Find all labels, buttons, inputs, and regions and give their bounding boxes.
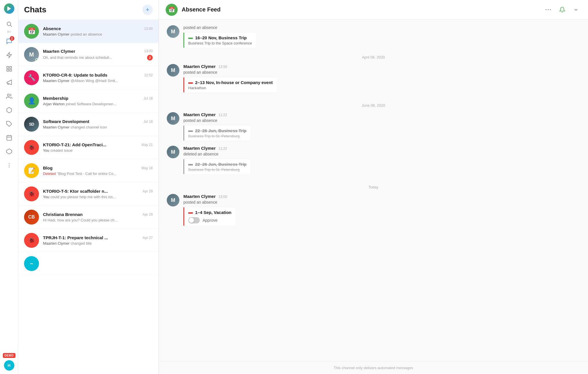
nav-cube[interactable]	[3, 104, 15, 116]
svg-marker-3	[7, 52, 11, 58]
svg-point-16	[9, 165, 9, 166]
chat-time-blog: May 18	[142, 166, 153, 170]
absence-date-pre: ▬ 16–20 Nov, Business Trip	[188, 35, 252, 40]
messages-badge: 2	[10, 36, 14, 41]
header-more-button[interactable]: ···	[543, 5, 554, 15]
avatar-tprjh: 🐞	[24, 233, 39, 248]
channel-footer-text: This channel only delivers automated mes…	[334, 366, 413, 370]
nav-more[interactable]	[3, 159, 15, 171]
msg-sender-2: Maarten Clymer	[183, 112, 216, 117]
msg-action-1: posted an absence	[183, 70, 580, 75]
nav-search[interactable]	[3, 18, 15, 30]
msg-sender-3: Maarten Clymer	[183, 146, 216, 151]
chat-item-tprjh[interactable]: 🐞 TPRJH-T-1: Prepare technical ... Apr 2…	[18, 229, 158, 252]
msg-avatar-pre: M	[167, 25, 179, 38]
absence-desc-2: Business Trip to St. Petersburg	[188, 134, 246, 138]
absence-card-pre: ▬ 16–20 Nov, Business Trip Business Trip…	[183, 33, 256, 48]
msg-sender-1: Maarten Clymer	[183, 64, 216, 69]
msg-body-3: Maarten Clymer 11:22 deleted an absence …	[183, 146, 580, 174]
chat-time-maarten: 13:00	[144, 49, 153, 53]
nav-messages[interactable]: 2	[3, 36, 15, 47]
avatar-last: ~	[24, 256, 39, 271]
svg-line-2	[10, 25, 12, 27]
chat-name-ktorio-t5: KTORIO-T-5: Ktor scaffolder n...	[43, 189, 108, 194]
chat-item-christiana[interactable]: CB Christiana Brennan Apr 29 Hi Hadi, ho…	[18, 206, 158, 229]
nav-grid[interactable]	[3, 63, 15, 75]
message-group-pre: M posted an absence ▬ 16–20 Nov, Busines…	[167, 25, 580, 48]
absence-date-3: ▬ 22–26 Jun, Business Trip	[188, 161, 246, 167]
avatar-ktorio-t21: 🐞	[24, 140, 39, 155]
nav-megaphone[interactable]	[3, 77, 15, 88]
nav-people[interactable]	[3, 91, 15, 102]
channel-footer: This channel only delivers automated mes…	[159, 361, 588, 374]
approve-toggle[interactable]	[188, 217, 200, 223]
nav-calendar[interactable]	[3, 132, 15, 143]
svg-marker-0	[7, 6, 11, 11]
svg-marker-14	[6, 149, 11, 154]
header-bell-button[interactable]	[557, 5, 567, 15]
msg-avatar-4: M	[167, 194, 179, 207]
svg-point-8	[7, 94, 9, 96]
msg-avatar-3: M	[167, 146, 179, 158]
chat-item-blog[interactable]: 📝 Blog May 18 Deleted "Blog Post Test - …	[18, 159, 158, 182]
nav-lightning[interactable]	[3, 49, 15, 61]
nav-puzzle[interactable]	[3, 118, 15, 130]
header-dropdown-button[interactable]	[571, 5, 581, 15]
chat-preview-maarten: Oh, and that reminds me about scheduli..…	[43, 55, 153, 61]
svg-rect-4	[7, 67, 8, 68]
chat-item-ktorio-t21[interactable]: 🐞 KTORIO-T-21: Add OpenTraci... May 21 Y…	[18, 136, 158, 159]
msg-body-pre: posted an absence ▬ 16–20 Nov, Business …	[183, 25, 580, 48]
avatar-absence: 📅	[24, 24, 39, 39]
msg-body-1: Maarten Clymer 13:50 posted an absence ▬…	[183, 64, 580, 92]
chat-name-maarten: Maarten Clymer	[43, 49, 75, 54]
chat-time-ktorio-t21: May 21	[142, 143, 153, 147]
chat-name-absence: Absence	[43, 26, 61, 31]
nav-hexagon[interactable]	[3, 146, 15, 157]
msg-header-2: Maarten Clymer 11:22	[183, 112, 580, 117]
absence-card-2: ▬ 22–26 Jun, Business Trip Business Trip…	[183, 126, 250, 141]
message-group-4: M Maarten Clymer 13:00 posted an absence…	[167, 194, 580, 226]
svg-rect-5	[9, 67, 11, 68]
chat-time-membership: Jul 18	[144, 96, 153, 100]
chat-header-left: 📅 Absence Feed	[166, 4, 221, 16]
approve-label: Approve	[203, 218, 217, 223]
message-group-1: M Maarten Clymer 13:50 posted an absence…	[167, 64, 580, 92]
chat-item-maarten[interactable]: M Maarten Clymer 13:00 Oh, and that remi…	[18, 43, 158, 66]
main-chat: 📅 Absence Feed ··· M posted an absence ▬	[159, 0, 588, 374]
msg-sender-4: Maarten Clymer	[183, 194, 216, 199]
msg-header-4: Maarten Clymer 13:00	[183, 194, 580, 199]
date-divider-today: Today	[167, 185, 580, 189]
chat-item-ktorio-t5[interactable]: 🐞 KTORIO-T-5: Ktor scaffolder n... Apr 2…	[18, 182, 158, 206]
chat-content-membership: Membership Jul 18 Arjan Warton joined So…	[43, 96, 153, 106]
search-shortcut: ⌘K	[7, 30, 11, 33]
chat-item-last[interactable]: ~	[18, 252, 158, 275]
chat-preview-blog: Deleted "Blog Post Test - Call for entir…	[43, 172, 153, 176]
chat-time-absence: 13:00	[144, 27, 153, 31]
chat-preview-software-dev: Maarten Clymer changed channel icon	[43, 125, 153, 129]
icon-bar: ⌘K 2	[0, 0, 18, 374]
chat-name-software-dev: Software Development	[43, 119, 89, 124]
chat-preview-membership: Arjan Warton joined Software Developmen.…	[43, 102, 153, 106]
chat-item-software-dev[interactable]: SD Software Development Jul 18 Maarten C…	[18, 113, 158, 136]
absence-card-1: ▬ 2–13 Nov, In-house or Company event Ha…	[183, 77, 277, 92]
chat-preview-absence: Maarten Clymer posted an absence	[43, 32, 153, 36]
avatar-ktorio-t5: 🐞	[24, 186, 39, 201]
chat-item-absence[interactable]: 📅 Absence 13:00 Maarten Clymer posted an…	[18, 20, 158, 43]
msg-time-1: 13:50	[219, 65, 227, 69]
chat-list-header: Chats +	[18, 0, 158, 20]
chat-list-panel: Chats + 📅 Absence 13:00 Maarten Clymer p…	[18, 0, 159, 374]
demo-badge: DEMO	[3, 353, 15, 358]
absence-date-2: ▬ 22–26 Jun, Business Trip	[188, 128, 246, 133]
svg-rect-10	[7, 136, 11, 141]
approve-row: Approve	[188, 217, 232, 223]
svg-rect-6	[9, 69, 11, 71]
nav-bottom-avatar[interactable]: H	[4, 360, 14, 371]
msg-body-4: Maarten Clymer 13:00 posted an absence ▬…	[183, 194, 580, 226]
chat-item-membership[interactable]: 👤 Membership Jul 18 Arjan Warton joined …	[18, 89, 158, 113]
chat-name-ktorio-t21: KTORIO-T-21: Add OpenTraci...	[43, 142, 106, 147]
add-chat-button[interactable]: +	[142, 5, 153, 15]
date-divider-jun08: June 08, 2020	[167, 103, 580, 108]
chat-item-ktorio-cr8[interactable]: 🔧 KTORIO-CR-8: Update to builds 12:52 Ma…	[18, 66, 158, 89]
avatar-christiana: CB	[24, 210, 39, 225]
msg-time-3: 11:22	[219, 147, 227, 151]
